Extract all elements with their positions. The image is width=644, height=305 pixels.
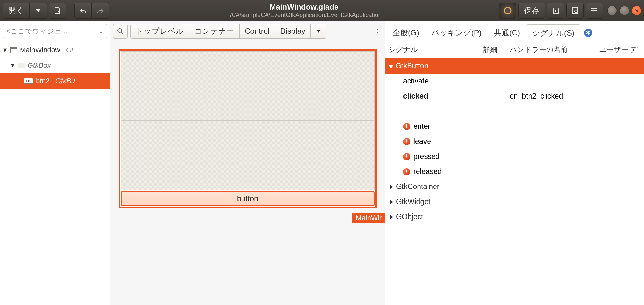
- signal-row[interactable]: activate: [385, 74, 644, 89]
- minimize-window-button[interactable]: —: [607, 6, 617, 15]
- tab-common[interactable]: 共通(C): [488, 24, 526, 41]
- palette-tab-control[interactable]: Control: [240, 24, 275, 39]
- signal-row[interactable]: !leave: [385, 134, 644, 149]
- tab-signals[interactable]: シグナル(S): [526, 24, 580, 41]
- signal-class-gobject[interactable]: GObject: [385, 209, 644, 224]
- palette-more-dropdown[interactable]: [311, 24, 326, 39]
- design-window-label: MainWir: [352, 213, 385, 223]
- widget-search-combo[interactable]: <ここでウィジェ... ⌄: [3, 24, 107, 38]
- signal-row[interactable]: clickedon_btn2_clicked: [385, 89, 644, 104]
- maximize-window-button[interactable]: □: [620, 6, 629, 15]
- placeholder-slot-2[interactable]: [121, 121, 375, 190]
- button-icon: OK: [24, 78, 33, 84]
- signal-row[interactable]: !pressed: [385, 149, 644, 164]
- svg-point-1: [575, 10, 577, 13]
- svg-point-2: [118, 29, 122, 32]
- placeholder-slot-1[interactable]: [121, 51, 375, 121]
- title-bar: 開く MainWindow.glade ~/C#/sampleC#/EventG…: [0, 0, 644, 21]
- signal-class-gtkcontainer[interactable]: GtkContainer: [385, 179, 644, 194]
- tab-general[interactable]: 全般(G): [386, 24, 425, 41]
- tab-accessibility[interactable]: ✱: [580, 24, 596, 41]
- signal-row[interactable]: !released: [385, 164, 644, 179]
- deprecated-warn-icon: !: [403, 123, 410, 130]
- box-icon: [18, 63, 25, 68]
- close-window-button[interactable]: ✕: [632, 6, 641, 15]
- svg-point-0: [504, 7, 511, 14]
- tree-row-btn2[interactable]: OK btn2GtkBu: [0, 73, 110, 89]
- redo-button[interactable]: [92, 3, 109, 19]
- save-as-button[interactable]: [547, 3, 564, 19]
- signal-class-gtkwidget[interactable]: GtkWidget: [385, 194, 644, 209]
- tree-row-mainwindow[interactable]: ▾ MainWindowGt: [0, 42, 110, 58]
- signal-class-gtkbutton[interactable]: GtkButton: [385, 58, 644, 74]
- deprecated-warn-icon: !: [403, 138, 410, 145]
- tab-packing[interactable]: パッキング(P): [425, 24, 488, 41]
- undo-button[interactable]: [74, 3, 92, 19]
- palette-tab-display[interactable]: Display: [275, 24, 311, 39]
- window-icon: [10, 47, 17, 53]
- design-button-btn2[interactable]: button: [121, 191, 375, 206]
- accessibility-icon: ✱: [584, 29, 592, 37]
- save-button[interactable]: 保存: [518, 3, 545, 19]
- glade-logo-icon: [499, 3, 516, 19]
- widget-tree[interactable]: ▾ MainWindowGt ▾ GtkBox OK btn2GtkBu: [0, 41, 110, 90]
- hamburger-menu-button[interactable]: [586, 3, 603, 19]
- signal-row[interactable]: !enter: [385, 119, 644, 134]
- open-recent-dropdown[interactable]: [30, 3, 47, 19]
- new-file-button[interactable]: [49, 3, 66, 19]
- signal-row[interactable]: [385, 104, 644, 119]
- signal-header: シグナル 詳細 ハンドラーの名前 ユーザー デ: [385, 41, 644, 58]
- preview-button[interactable]: [566, 3, 584, 19]
- window-title: MainWindow.glade ~/C#/sampleC#/EventGtkA…: [111, 3, 497, 19]
- palette-tab-toplevel[interactable]: トップレベル: [130, 24, 189, 39]
- chevron-down-icon: ⌄: [98, 27, 104, 35]
- tree-row-gtkbox[interactable]: ▾ GtkBox: [0, 58, 110, 73]
- open-button[interactable]: 開く: [3, 3, 30, 19]
- design-window[interactable]: button: [119, 49, 377, 208]
- palette-tab-container[interactable]: コンテナー: [189, 24, 240, 39]
- deprecated-warn-icon: !: [403, 153, 410, 160]
- deprecated-warn-icon: !: [403, 168, 410, 175]
- handler-cell[interactable]: on_btn2_clicked: [506, 92, 596, 100]
- palette-menu-button[interactable]: ⋮: [372, 24, 382, 39]
- palette-search-button[interactable]: [113, 24, 128, 39]
- signal-class-label: GtkButton: [385, 62, 480, 70]
